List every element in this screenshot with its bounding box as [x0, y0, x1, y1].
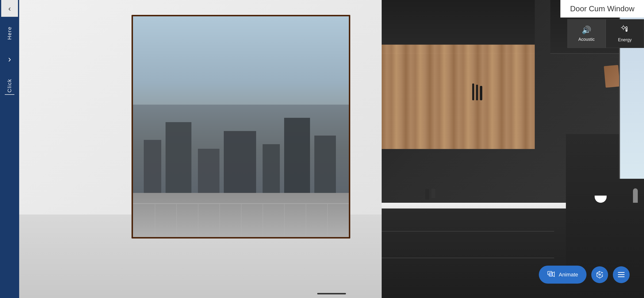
svg-rect-6: [626, 28, 627, 31]
svg-point-7: [626, 30, 627, 32]
svg-point-0: [622, 26, 624, 29]
sidebar-next-arrow[interactable]: ›: [8, 54, 11, 64]
thermometer-sun-svg: [620, 25, 629, 33]
cutting-board: [604, 65, 620, 88]
product-title: Door Cum Window: [570, 4, 634, 13]
main-content: Door Cum Window 🔊 Acoustic: [19, 0, 644, 298]
animate-button[interactable]: Animate: [539, 266, 586, 284]
back-icon: ‹: [8, 4, 11, 13]
animate-svg-icon: [547, 270, 556, 278]
door-background: [133, 16, 349, 237]
sidebar-click-label: Click: [6, 79, 13, 93]
sidebar-divider: [5, 94, 14, 95]
svg-rect-9: [549, 273, 552, 276]
cube-icon: [595, 270, 604, 279]
bottom-actions: Animate: [539, 266, 630, 284]
railing-post: [284, 204, 284, 237]
energy-icon: [620, 25, 629, 35]
kitchen-faucet: [633, 188, 638, 203]
animate-icon: [547, 270, 556, 279]
title-panel: Door Cum Window: [560, 0, 644, 18]
railing-post: [220, 204, 220, 237]
railing-post: [176, 204, 177, 237]
balcony-outside-view: [133, 16, 349, 237]
railing-post: [262, 204, 263, 237]
sidebar-here-label: Here: [6, 26, 13, 40]
railing-post: [327, 204, 328, 237]
back-button[interactable]: ‹: [1, 0, 18, 17]
door-frame: [132, 15, 350, 238]
menu-line-2: [618, 274, 624, 275]
feature-panel: 🔊 Acoustic Energy: [567, 19, 644, 48]
energy-label: Energy: [618, 37, 632, 43]
door-container: [132, 15, 350, 238]
railing-post: [155, 204, 155, 237]
railing-post: [198, 204, 198, 237]
railing-post: [306, 204, 306, 237]
spice-jars: [425, 189, 435, 200]
acoustic-button[interactable]: 🔊 Acoustic: [567, 19, 606, 48]
animate-label: Animate: [559, 272, 578, 278]
acoustic-label: Acoustic: [578, 37, 595, 42]
acoustic-icon: 🔊: [582, 26, 591, 35]
app-container: ‹ Here › Click: [0, 0, 644, 298]
view-3d-button[interactable]: [591, 266, 608, 283]
left-sidebar: ‹ Here › Click: [0, 0, 19, 298]
menu-line-3: [618, 276, 624, 277]
scroll-indicator: [317, 293, 346, 294]
energy-button[interactable]: Energy: [606, 19, 644, 48]
kitchen-backsplash: [363, 45, 534, 149]
menu-line-1: [618, 272, 624, 273]
menu-button[interactable]: [613, 266, 630, 283]
railing-post: [241, 204, 242, 237]
kitchen-utensils: [472, 83, 482, 100]
